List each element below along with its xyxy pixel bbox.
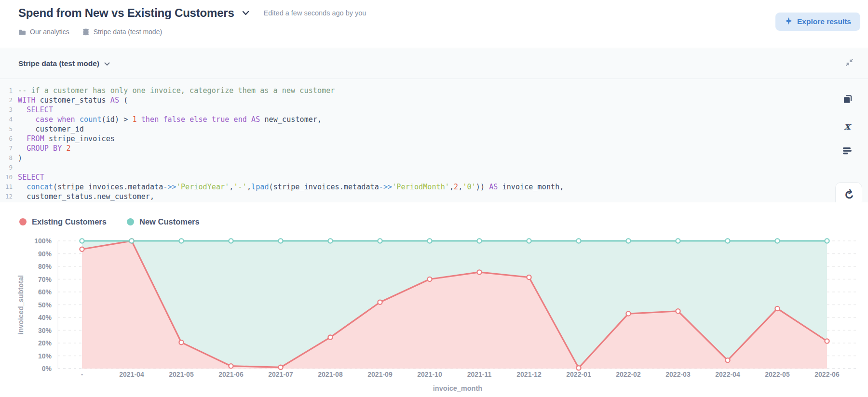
svg-text:90%: 90%	[38, 250, 52, 258]
explore-results-button[interactable]: Explore results	[775, 13, 860, 31]
svg-text:50%: 50%	[38, 301, 52, 309]
svg-text:invoiced_subtotal: invoiced_subtotal	[17, 275, 25, 334]
svg-text:2021-09: 2021-09	[367, 371, 393, 378]
sql-line[interactable]: 9	[2, 163, 564, 172]
breadcrumb: Our analytics Stripe data (test mode)	[18, 28, 162, 36]
line-number: 4	[2, 115, 13, 124]
line-number: 9	[2, 163, 13, 172]
sql-line[interactable]: 1-- if a customer has only one invoice, …	[2, 86, 564, 95]
svg-text:2022-04: 2022-04	[715, 371, 740, 378]
svg-text:invoice_month: invoice_month	[433, 384, 482, 392]
svg-text:2021-04: 2021-04	[119, 371, 144, 378]
line-number: 8	[2, 153, 13, 163]
edited-note: Edited a few seconds ago by you	[264, 9, 366, 17]
svg-text:20%: 20%	[38, 339, 52, 347]
datasource-name: Stripe data (test mode)	[18, 59, 99, 68]
sql-line[interactable]: 5 customer_id	[2, 124, 564, 134]
run-refresh-button[interactable]: ↻	[835, 182, 862, 203]
chevron-down-icon	[104, 59, 110, 68]
line-number: 10	[2, 172, 13, 182]
svg-text:2022-01: 2022-01	[566, 371, 591, 378]
page-title: Spend from New vs Existing Customers	[18, 6, 234, 20]
refresh-icon: ↻	[841, 187, 856, 202]
sql-line[interactable]: 4 case when count(id) > 1 then false els…	[2, 115, 564, 124]
svg-text:40%: 40%	[38, 314, 52, 321]
line-number: 3	[2, 105, 13, 115]
line-number: 5	[2, 124, 13, 134]
line-number: 1	[2, 86, 13, 95]
sql-line[interactable]: 11 concat(stripe_invoices.metadata->>'Pe…	[2, 182, 564, 192]
sql-line[interactable]: 2WITH customer_status AS (	[2, 95, 564, 105]
svg-text:2021-07: 2021-07	[268, 371, 293, 378]
sql-line[interactable]: 6 FROM stripe_invoices	[2, 134, 564, 144]
svg-text:2021-11: 2021-11	[467, 371, 492, 378]
area-chart[interactable]: 0%10%20%30%40%50%60%70%80%90%100%-2021-0…	[0, 202, 868, 397]
snippet-lines-icon	[842, 146, 853, 157]
svg-text:2022-02: 2022-02	[616, 371, 641, 378]
sql-editor: Stripe data (test mode) 1-- if a custome…	[0, 48, 868, 203]
database-icon	[82, 28, 90, 36]
svg-text:2021-08: 2021-08	[318, 371, 343, 378]
svg-text:10%: 10%	[38, 352, 52, 360]
header: Spend from New vs Existing Customers Edi…	[0, 0, 868, 48]
svg-text:2022-03: 2022-03	[665, 371, 691, 378]
title-menu-chevron-icon[interactable]	[242, 11, 249, 15]
svg-text:80%: 80%	[38, 263, 52, 270]
sql-line[interactable]: 7 GROUP BY 2	[2, 144, 564, 153]
editor-toolbar: Stripe data (test mode)	[0, 48, 868, 79]
breadcrumb-collection[interactable]: Our analytics	[18, 28, 69, 36]
sql-line[interactable]: 12 customer_status.new_customer,	[2, 192, 564, 201]
line-number: 11	[2, 182, 13, 192]
sql-code-area[interactable]: 1-- if a customer has only one invoice, …	[2, 86, 564, 201]
app-window: Spend from New vs Existing Customers Edi…	[0, 0, 868, 397]
explore-results-label: Explore results	[797, 17, 851, 26]
svg-text:60%: 60%	[38, 288, 52, 296]
svg-text:70%: 70%	[38, 276, 52, 283]
line-number: 7	[2, 144, 13, 153]
breadcrumb-label: Our analytics	[30, 28, 69, 36]
svg-text:2021-06: 2021-06	[218, 371, 244, 378]
sql-line[interactable]: 10SELECT	[2, 172, 564, 182]
svg-text:2021-10: 2021-10	[417, 371, 442, 378]
data-reference-button[interactable]	[841, 94, 853, 106]
breadcrumb-label: Stripe data (test mode)	[94, 28, 162, 36]
breadcrumb-database[interactable]: Stripe data (test mode)	[82, 28, 162, 36]
collapse-arrows-icon	[845, 58, 854, 68]
chart-card: Existing Customers New Customers 0%10%20…	[0, 202, 868, 397]
line-number: 6	[2, 134, 13, 144]
svg-text:-: -	[81, 371, 83, 378]
sparkle-icon	[785, 17, 793, 27]
svg-text:30%: 30%	[38, 327, 52, 334]
collapse-editor-button[interactable]	[843, 57, 855, 69]
variables-button[interactable]: x	[841, 120, 853, 132]
svg-text:2022-06: 2022-06	[814, 371, 840, 378]
datasource-selector[interactable]: Stripe data (test mode)	[18, 59, 110, 68]
sql-line[interactable]: 3 SELECT	[2, 105, 564, 115]
svg-text:2022-05: 2022-05	[765, 371, 790, 378]
line-number: 2	[2, 95, 13, 105]
snippets-button[interactable]	[841, 146, 853, 158]
line-number: 12	[2, 192, 13, 201]
svg-text:2021-12: 2021-12	[516, 371, 542, 378]
svg-text:0%: 0%	[42, 365, 52, 372]
variable-x-icon: x	[844, 121, 851, 131]
svg-text:100%: 100%	[34, 237, 52, 245]
title-row: Spend from New vs Existing Customers Edi…	[18, 6, 366, 20]
sql-line[interactable]: 8)	[2, 153, 564, 163]
svg-text:2021-05: 2021-05	[169, 371, 194, 378]
book-icon	[842, 94, 853, 106]
folder-icon	[18, 28, 26, 36]
editor-side-rail: x	[841, 94, 853, 158]
